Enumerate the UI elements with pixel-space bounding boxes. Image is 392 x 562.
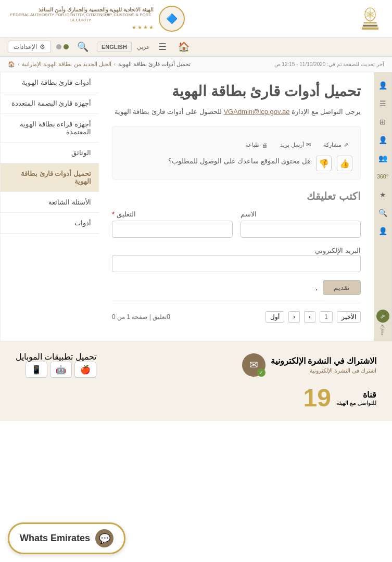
last-page-btn[interactable]: الأخير bbox=[337, 311, 361, 323]
send-mail-btn[interactable]: ✉ أرسل بريد bbox=[276, 139, 315, 150]
email-row: البريد الإلكتروني bbox=[112, 246, 361, 272]
share-action-icon: ⇗ bbox=[344, 142, 348, 148]
print-btn[interactable]: 🖨 طباعة bbox=[241, 139, 272, 150]
content-area: تحميل أدوات قارئ بطاقة الهوية يرجى التوا… bbox=[99, 72, 374, 341]
sidebar-item-fingerprint[interactable]: أجهزة قارئ البصمة المتعددة bbox=[1, 93, 99, 114]
channel-sub: للتواصل مع الهيئة bbox=[336, 400, 376, 406]
mail-icon: ✉ bbox=[306, 142, 311, 148]
main-layout: 👤 ☰ ⊞ 👤 👥 360° ★ 🔍 👤 ⇗ مشاركة تحميل أدوا… bbox=[0, 72, 392, 341]
sidebar-item-certified-readers[interactable]: أجهزة قراءة بطاقة الهوية المعتمدة bbox=[1, 114, 99, 143]
sidebar-user-icon[interactable]: 👤 bbox=[375, 132, 390, 148]
submit-area: تقديم . bbox=[112, 280, 361, 295]
sidebar-grid-icon[interactable]: ⊞ bbox=[375, 114, 390, 130]
breadcrumb-current: تحميل أدوات قارئ بطاقة الهوية bbox=[118, 61, 191, 68]
page-title: تحميل أدوات قارئ بطاقة الهوية bbox=[112, 83, 361, 100]
share-action-label: مشاركة bbox=[323, 142, 342, 148]
footer: الاشتراك في النشرة الإلكترونية اشترك في … bbox=[0, 341, 392, 421]
breadcrumb: آخر تحديث للصفحة تم في: 11/10/2020 - 12:… bbox=[0, 57, 392, 72]
mobile-app-btn[interactable]: 📱 bbox=[26, 362, 47, 378]
page-info-separator: | bbox=[149, 313, 151, 321]
print-icon: 🖨 bbox=[262, 142, 268, 148]
nav-dot-active bbox=[64, 44, 69, 49]
newsletter-check-icon: ✓ bbox=[257, 368, 265, 377]
sidebar-vr-icon[interactable]: 360° bbox=[375, 169, 390, 184]
mail-icon: ✉ bbox=[249, 359, 258, 371]
pagination-info: 0تعليق | صفحة 1 من 0 bbox=[112, 313, 170, 321]
breadcrumb-home[interactable]: 🏠 bbox=[8, 61, 15, 68]
sidebar-profile-icon[interactable]: 👤 bbox=[375, 223, 390, 239]
print-label: طباعة bbox=[245, 142, 260, 148]
comment-title: اكتب تعليقك bbox=[112, 190, 361, 202]
sidebar-star-icon[interactable]: ★ bbox=[375, 187, 390, 202]
channel-number: 19 bbox=[303, 386, 331, 411]
logo-text-ar: الهيئة الاتحادية للهوية والجنسية والجمار… bbox=[8, 7, 154, 12]
menu-nav-icon[interactable]: ☰ bbox=[155, 40, 170, 54]
header-logo: 🔷 الهيئة الاتحادية للهوية والجنسية والجم… bbox=[8, 6, 185, 32]
channel-title: قناة bbox=[336, 390, 376, 400]
action-buttons: ⇗ مشاركة ✉ أرسل بريد 🖨 طباعة bbox=[241, 139, 352, 150]
feedback-question: هل محتوى الموقع ساعدك على الوصول للمطلوب… bbox=[168, 157, 311, 165]
next-page-btn[interactable]: › bbox=[304, 311, 315, 323]
required-star: * bbox=[112, 210, 115, 218]
share-icon[interactable]: ⇗ bbox=[376, 310, 389, 323]
arabic-toggle[interactable]: عربي bbox=[137, 44, 150, 50]
dot-label: . bbox=[315, 283, 318, 292]
search-nav-icon[interactable]: 🔍 bbox=[74, 40, 92, 54]
svg-rect-5 bbox=[362, 24, 377, 26]
thumbs-down-btn[interactable]: 👎 bbox=[316, 156, 332, 171]
sidebar-item-download-tools[interactable]: تحميل أدوات قارئ بطاقة الهوية bbox=[1, 163, 99, 192]
thumbs-up-btn[interactable]: 👍 bbox=[337, 156, 352, 171]
home-nav-icon[interactable]: 🏠 bbox=[175, 40, 193, 54]
app-icons: 🍎 🤖 📱 bbox=[16, 362, 96, 378]
header: 🔷 الهيئة الاتحادية للهوية والجنسية والجم… bbox=[0, 0, 392, 37]
breadcrumb-item1[interactable]: الجيل الجديد من بطاقة الهوية الإمارانية bbox=[22, 61, 111, 68]
share-action-btn[interactable]: ⇗ مشاركة bbox=[319, 139, 352, 150]
pagination: الأخير 1 › ‹ أول 0تعليق | صفحة 1 من 0 bbox=[112, 303, 361, 330]
feedback-section: ⇗ مشاركة ✉ أرسل بريد 🖨 طباعة 👍 bbox=[112, 126, 361, 180]
comments-count: 0تعليق bbox=[153, 313, 170, 321]
sidebar-item-reader-tools[interactable]: أدوات قارئ بطاقة الهوية bbox=[1, 72, 99, 93]
sidebar-item-faq[interactable]: الأسئلة الشائعة bbox=[1, 192, 99, 213]
page-number: 1 bbox=[320, 311, 333, 323]
feedback-buttons: 👍 👎 bbox=[316, 156, 352, 171]
apps-title: تحميل تطبيقات الموبايل bbox=[16, 352, 96, 362]
right-sidebar: أدوات قارئ بطاقة الهوية أجهزة قارئ البصم… bbox=[0, 72, 99, 341]
sidebar-search-user-icon[interactable]: 🔍 bbox=[375, 205, 390, 221]
footer-channel: قناة للتواصل مع الهيئة 19 bbox=[16, 386, 376, 411]
newsletter-sub-link[interactable]: اشترك في النشرة الإلكترونية bbox=[271, 367, 376, 374]
left-sidebar: 👤 ☰ ⊞ 👤 👥 360° ★ 🔍 👤 ⇗ مشاركة bbox=[374, 72, 392, 341]
logo-text-en: FEDERAL AUTHORITY FOR IDENTITY, CITIZENS… bbox=[8, 12, 154, 23]
ios-app-btn[interactable]: 🍎 bbox=[74, 362, 96, 378]
email-label: البريد الإلكتروني bbox=[315, 247, 361, 254]
nav-dots bbox=[56, 44, 69, 49]
prev-page-btn[interactable]: ‹ bbox=[288, 311, 300, 323]
send-label: أرسل بريد bbox=[280, 142, 304, 148]
submit-button[interactable]: تقديم bbox=[323, 280, 361, 295]
comment-input[interactable] bbox=[112, 221, 233, 238]
settings-button[interactable]: ⚙ الإعدادات bbox=[8, 41, 51, 53]
svg-rect-6 bbox=[362, 27, 378, 29]
admin-email-link[interactable]: VGAdmin@icp.gov.ae bbox=[223, 108, 289, 116]
uae-emblem bbox=[356, 4, 384, 33]
email-input[interactable] bbox=[112, 255, 361, 272]
sidebar-users-icon[interactable]: 👥 bbox=[375, 150, 390, 166]
android-app-btn[interactable]: 🤖 bbox=[50, 362, 72, 378]
footer-apps: تحميل تطبيقات الموبايل 🍎 🤖 📱 bbox=[16, 352, 96, 378]
english-toggle[interactable]: ENGLISH bbox=[97, 42, 132, 52]
sidebar-list-icon[interactable]: ☰ bbox=[375, 96, 390, 111]
sidebar-item-tools[interactable]: أدوات bbox=[1, 213, 99, 234]
page-info: صفحة 1 من 0 bbox=[112, 313, 147, 321]
pagination-nav: الأخير 1 › ‹ أول bbox=[265, 311, 361, 323]
first-page-btn[interactable]: أول bbox=[265, 311, 284, 323]
settings-icon: ⚙ bbox=[40, 43, 45, 50]
name-input[interactable] bbox=[241, 221, 361, 238]
sidebar-person-icon[interactable]: 👤 bbox=[375, 78, 390, 93]
icp-logo: 🔷 bbox=[159, 6, 185, 32]
footer-top: الاشتراك في النشرة الإلكترونية اشترك في … bbox=[16, 352, 376, 378]
newsletter-title: الاشتراك في النشرة الإلكترونية bbox=[271, 356, 376, 366]
breadcrumb-date: آخر تحديث للصفحة تم في: 11/10/2020 - 12:… bbox=[274, 61, 384, 67]
sidebar-item-documents[interactable]: الوثائق bbox=[1, 143, 99, 163]
newsletter-icon[interactable]: ✉ ✓ bbox=[242, 353, 265, 377]
footer-newsletter: الاشتراك في النشرة الإلكترونية اشترك في … bbox=[242, 353, 376, 377]
name-label: الاسم bbox=[241, 210, 257, 218]
